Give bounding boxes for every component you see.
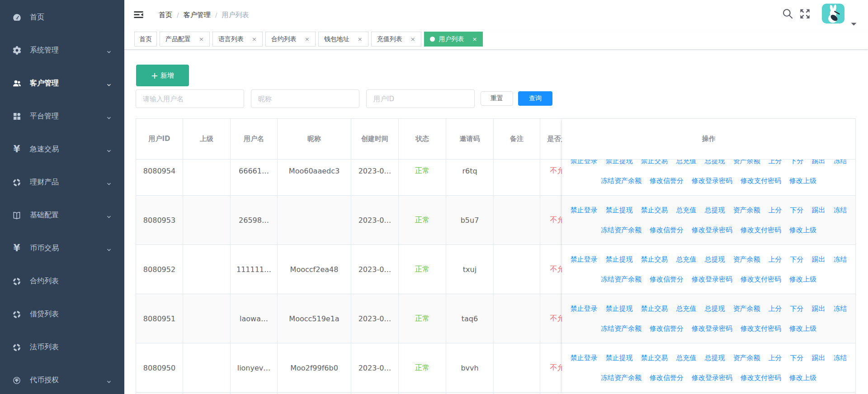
breadcrumb-item-0[interactable]: 首页 [159, 11, 172, 19]
tab-active-6[interactable]: 用户列表 × [424, 32, 483, 47]
op-link[interactable]: 修改信誉分 [650, 324, 684, 333]
op-link[interactable]: 修改支付密码 [741, 275, 781, 284]
breadcrumb-item-1[interactable]: 客户管理 [184, 11, 211, 19]
sidebar-item-5[interactable]: 理财产品 [0, 166, 124, 199]
sidebar-item-6[interactable]: 基础配置 [0, 199, 124, 232]
op-link[interactable]: 禁止登录 [571, 159, 598, 165]
op-link[interactable]: 冻结资产余额 [601, 374, 642, 382]
op-link[interactable]: 修改登录密码 [692, 324, 732, 333]
op-link[interactable]: 上分 [769, 206, 782, 215]
op-link[interactable]: 修改登录密码 [692, 374, 732, 382]
op-link[interactable]: 总提现 [705, 206, 725, 215]
sidebar-item-2[interactable]: 客户管理 [0, 67, 124, 100]
nickname-input[interactable] [251, 89, 359, 108]
userid-input[interactable] [366, 89, 475, 108]
op-link[interactable]: 下分 [790, 354, 804, 362]
op-link[interactable]: 禁止交易 [641, 305, 668, 313]
avatar[interactable] [822, 4, 844, 23]
op-link[interactable]: 修改信誉分 [650, 177, 684, 185]
sidebar-item-0[interactable]: 首页 [0, 1, 124, 34]
op-link[interactable]: 资产余额 [733, 255, 760, 264]
op-link[interactable]: 冻结 [834, 159, 847, 165]
op-link[interactable]: 总充值 [676, 305, 697, 313]
reset-button[interactable]: 重置 [481, 91, 513, 106]
sidebar-item-7[interactable]: ¥ 币币交易 [0, 232, 124, 265]
op-link[interactable]: 冻结 [834, 354, 847, 362]
op-link[interactable]: 总充值 [676, 159, 697, 165]
op-link[interactable]: 上分 [769, 255, 782, 264]
op-link[interactable]: 修改上级 [789, 324, 816, 333]
op-link[interactable]: 禁止交易 [641, 354, 668, 362]
op-link[interactable]: 资产余额 [733, 305, 760, 313]
op-link[interactable]: 总提现 [705, 354, 725, 362]
op-link[interactable]: 修改上级 [789, 374, 816, 382]
op-link[interactable]: 修改信誉分 [650, 275, 684, 284]
op-link[interactable]: 冻结资产余额 [601, 177, 642, 185]
op-link[interactable]: 冻结资产余额 [601, 324, 642, 333]
op-link[interactable]: 修改登录密码 [692, 177, 732, 185]
op-link[interactable]: 总提现 [705, 305, 725, 313]
op-link[interactable]: 下分 [790, 159, 804, 165]
op-link[interactable]: 修改信誉分 [650, 226, 684, 235]
op-link[interactable]: 上分 [769, 305, 782, 313]
search-icon[interactable] [782, 8, 793, 21]
close-icon[interactable]: × [252, 36, 257, 42]
query-button[interactable]: 查询 [518, 91, 552, 106]
op-link[interactable]: 修改上级 [789, 275, 816, 284]
op-link[interactable]: 禁止交易 [641, 255, 668, 264]
op-link[interactable]: 总提现 [705, 159, 725, 165]
op-link[interactable]: 冻结 [834, 255, 847, 264]
op-link[interactable]: 禁止交易 [641, 159, 668, 165]
op-link[interactable]: 冻结 [834, 206, 847, 215]
tab-3[interactable]: 合约列表 × [265, 32, 316, 47]
hamburger-icon[interactable] [133, 9, 144, 20]
op-link[interactable]: 禁止交易 [641, 206, 668, 215]
op-link[interactable]: 下分 [790, 206, 804, 215]
op-link[interactable]: 下分 [790, 255, 804, 264]
op-link[interactable]: 上分 [769, 354, 782, 362]
op-link[interactable]: 总充值 [676, 255, 697, 264]
op-link[interactable]: 禁止登录 [571, 255, 598, 264]
sidebar-item-10[interactable]: 法币列表 [0, 331, 124, 364]
op-link[interactable]: 修改上级 [789, 177, 816, 185]
username-input[interactable] [136, 89, 244, 108]
tab-5[interactable]: 充值列表 × [371, 32, 421, 47]
op-link[interactable]: 踢出 [812, 354, 826, 362]
sidebar-item-1[interactable]: 系统管理 [0, 34, 124, 67]
op-link[interactable]: 冻结资产余额 [601, 275, 642, 284]
op-link[interactable]: 禁止提现 [606, 354, 633, 362]
op-link[interactable]: 踢出 [812, 159, 826, 165]
op-link[interactable]: 禁止登录 [571, 206, 598, 215]
sidebar-item-8[interactable]: 合约列表 [0, 265, 124, 298]
op-link[interactable]: 上分 [769, 159, 782, 165]
sidebar-item-4[interactable]: ¥ 急速交易 [0, 133, 124, 166]
op-link[interactable]: 禁止提现 [606, 305, 633, 313]
fullscreen-icon[interactable] [799, 8, 811, 22]
op-link[interactable]: 踢出 [812, 255, 826, 264]
op-link[interactable]: 资产余额 [733, 354, 760, 362]
op-link[interactable]: 禁止登录 [571, 305, 598, 313]
caret-down-icon[interactable] [851, 19, 857, 28]
op-link[interactable]: 禁止提现 [606, 159, 633, 165]
op-link[interactable]: 冻结资产余额 [601, 226, 642, 235]
op-link[interactable]: 禁止提现 [606, 206, 633, 215]
add-button[interactable]: +新增 [136, 65, 189, 86]
tab-2[interactable]: 语言列表 × [212, 32, 263, 47]
op-link[interactable]: 总充值 [676, 354, 697, 362]
op-link[interactable]: 冻结 [834, 305, 847, 313]
op-link[interactable]: 修改支付密码 [741, 226, 781, 235]
close-icon[interactable]: × [199, 36, 204, 42]
op-link[interactable]: 禁止提现 [606, 255, 633, 264]
sidebar-item-3[interactable]: 平台管理 [0, 100, 124, 133]
op-link[interactable]: 总充值 [676, 206, 697, 215]
op-link[interactable]: 修改登录密码 [692, 275, 732, 284]
op-link[interactable]: 修改上级 [789, 226, 816, 235]
op-link[interactable]: 资产余额 [733, 159, 760, 165]
op-link[interactable]: 踢出 [812, 206, 826, 215]
op-link[interactable]: 修改支付密码 [741, 324, 781, 333]
close-icon[interactable]: × [472, 36, 477, 42]
op-link[interactable]: 禁止登录 [571, 354, 598, 362]
tab-4[interactable]: 钱包地址 × [318, 32, 368, 47]
op-link[interactable]: 修改登录密码 [692, 226, 732, 235]
op-link[interactable]: 踢出 [812, 305, 826, 313]
